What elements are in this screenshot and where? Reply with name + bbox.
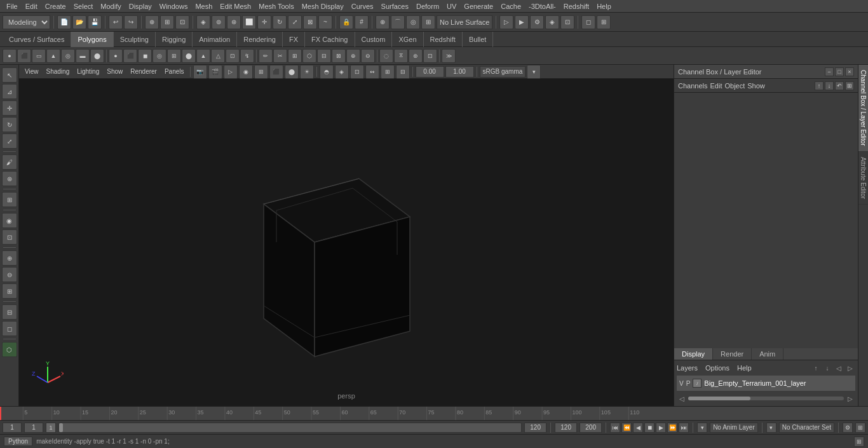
ipr-btn[interactable]: ▶: [515, 15, 529, 29]
menu-curves[interactable]: Curves: [348, 1, 377, 11]
menu-create[interactable]: Create: [41, 1, 70, 11]
undo-btn[interactable]: ↩: [109, 15, 123, 29]
layer-v[interactable]: V: [679, 380, 684, 387]
play-back-btn[interactable]: ◀: [633, 423, 643, 433]
layer-add-btn[interactable]: ↑: [811, 363, 821, 373]
settings-btn[interactable]: ⚙: [843, 423, 853, 433]
component-mode-btn[interactable]: ⊞: [2, 192, 17, 207]
tab-sculpting[interactable]: Sculpting: [114, 32, 156, 47]
vp-hud-btn[interactable]: ⊞: [381, 65, 395, 79]
range-end2-input[interactable]: [555, 423, 577, 433]
renderer-menu[interactable]: Renderer: [127, 67, 160, 76]
tab-fx-caching[interactable]: FX Caching: [305, 32, 355, 47]
edit-label[interactable]: Edit: [710, 82, 722, 90]
poly-extrude-btn[interactable]: ⊞: [288, 49, 302, 63]
extra-btn[interactable]: ⊞: [855, 423, 865, 433]
anim-layer-dropdown-btn[interactable]: ▾: [697, 423, 707, 433]
show-viewport-btn[interactable]: ◻: [581, 15, 595, 29]
vp-aa-btn[interactable]: ◈: [335, 65, 349, 79]
tab-fx[interactable]: FX: [283, 32, 305, 47]
vp-cam-btn[interactable]: 📷: [193, 65, 207, 79]
menu-edit-mesh[interactable]: Edit Mesh: [216, 1, 255, 11]
tab-polygons[interactable]: Polygons: [71, 32, 113, 47]
tab-display[interactable]: Display: [674, 348, 713, 360]
plus-btn[interactable]: ⊕: [2, 250, 17, 266]
save-file-btn[interactable]: 💾: [88, 15, 102, 29]
snap-btn-left[interactable]: ⊟: [2, 304, 17, 320]
menu-generate[interactable]: Generate: [460, 1, 497, 11]
snap-btn[interactable]: ⊞: [160, 15, 174, 29]
side-tab-channel-box[interactable]: Channel Box / Layer Editor: [858, 65, 868, 152]
menu-uv[interactable]: UV: [443, 1, 460, 11]
manip-btn[interactable]: ⊡: [175, 15, 189, 29]
lasso-select-btn[interactable]: ⊿: [2, 84, 17, 99]
rubber-band-btn[interactable]: ◻: [2, 321, 17, 336]
layers-label[interactable]: Layers: [677, 364, 698, 372]
menu-select[interactable]: Select: [70, 1, 97, 11]
jump-start-btn[interactable]: ⏮: [610, 423, 620, 433]
menu-display[interactable]: Display: [125, 1, 156, 11]
expand-btn[interactable]: ⊞: [2, 283, 17, 299]
box-sel-btn[interactable]: ⬜: [242, 15, 256, 29]
poly-torus-btn[interactable]: ◎: [153, 49, 166, 63]
gamma-dropdown-btn[interactable]: ▾: [527, 65, 541, 79]
sphere-btn[interactable]: ●: [3, 49, 17, 63]
camera-input[interactable]: [416, 66, 444, 78]
poly-multi-cut-btn[interactable]: ✂: [273, 49, 287, 63]
menu-deform[interactable]: Deform: [412, 1, 443, 11]
disk-btn[interactable]: ⬤: [90, 49, 104, 63]
vp-textured-btn[interactable]: ⬤: [285, 65, 299, 79]
layer-help-label[interactable]: Help: [737, 364, 752, 372]
poly-smooth-btn[interactable]: ◌: [379, 49, 393, 63]
paint-btn[interactable]: 🖌: [2, 154, 17, 170]
menu-mesh[interactable]: Mesh: [191, 1, 216, 11]
poly-plane-btn[interactable]: ⊞: [167, 49, 181, 63]
menu-mesh-display[interactable]: Mesh Display: [298, 1, 348, 11]
vp-motion-btn[interactable]: ↭: [365, 65, 379, 79]
show-label[interactable]: Show: [747, 82, 765, 90]
channels-label[interactable]: Channels: [678, 82, 707, 90]
step-fwd-btn[interactable]: ⏩: [667, 423, 677, 433]
menu-help[interactable]: Help: [593, 1, 615, 11]
render-view-btn[interactable]: ▷: [499, 15, 513, 29]
torus-btn[interactable]: ◎: [61, 49, 75, 63]
tab-render[interactable]: Render: [713, 348, 752, 360]
timeline[interactable]: [0, 406, 868, 420]
stop-btn[interactable]: ⏹: [644, 423, 654, 433]
poly-mirror-btn[interactable]: ⧖: [394, 49, 408, 63]
cube-btn[interactable]: ⬛: [17, 49, 31, 63]
poly-prism-btn[interactable]: ▲: [196, 49, 210, 63]
render-settings-btn[interactable]: ⚙: [530, 15, 544, 29]
play-fwd-btn[interactable]: ▶: [656, 423, 666, 433]
range-end-input[interactable]: [524, 423, 546, 433]
vp-render-btn[interactable]: ▷: [224, 65, 238, 79]
magnet-btn[interactable]: ⊕: [376, 15, 390, 29]
panel-max-btn[interactable]: □: [835, 67, 844, 76]
redo-btn[interactable]: ↪: [124, 15, 138, 29]
plane-btn[interactable]: ▬: [76, 49, 90, 63]
minus-btn[interactable]: ⊖: [2, 267, 17, 282]
layer-scroll-left[interactable]: ◁: [834, 363, 844, 373]
poly-pencil-btn[interactable]: ✏: [259, 49, 273, 63]
vp-film-btn[interactable]: 🎬: [208, 65, 222, 79]
channels-btn3[interactable]: ↶: [835, 81, 844, 90]
poly-disk-btn[interactable]: ⬤: [182, 49, 196, 63]
focal-input[interactable]: [445, 66, 474, 78]
poly-bevel-btn[interactable]: ⬡: [302, 49, 316, 63]
rotate-tool-btn[interactable]: ↻: [2, 117, 17, 132]
menu-surfaces[interactable]: Surfaces: [377, 1, 412, 11]
new-file-btn[interactable]: 📄: [57, 15, 71, 29]
lighting-menu[interactable]: Lighting: [74, 67, 102, 76]
channels-btn2[interactable]: ↓: [825, 81, 834, 90]
tab-curves-surfaces[interactable]: Curves / Surfaces: [3, 32, 71, 47]
menu-mesh-tools[interactable]: Mesh Tools: [255, 1, 297, 11]
move-btn[interactable]: ✛: [257, 15, 271, 29]
snap-pt-btn[interactable]: ◎: [406, 15, 420, 29]
vp-viewport-grid-btn[interactable]: ⊟: [396, 65, 410, 79]
menu-modify[interactable]: Modify: [97, 1, 125, 11]
frame-current-input[interactable]: [24, 423, 43, 433]
paint-sel-btn[interactable]: ⊛: [227, 15, 241, 29]
cone-btn[interactable]: ▲: [46, 49, 60, 63]
shelf-expand-btn[interactable]: ≫: [442, 49, 456, 63]
jump-end-btn[interactable]: ⏭: [679, 423, 689, 433]
